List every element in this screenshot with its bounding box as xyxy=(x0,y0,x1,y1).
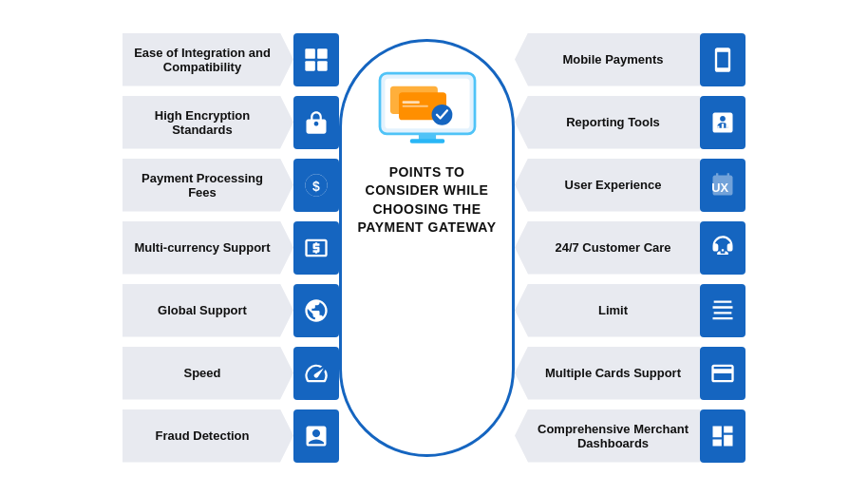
list-item: Comprehensive Merchant Dashboards xyxy=(515,407,745,466)
svg-rect-1 xyxy=(317,48,328,59)
svg-rect-19 xyxy=(726,121,728,127)
list-item: 24/7 Customer Care xyxy=(515,219,745,277)
item-label: Mobile Payments xyxy=(515,33,700,86)
list-item: Reporting Tools xyxy=(515,93,745,152)
right-column: Mobile Payments Reporting Tools UX User … xyxy=(515,30,745,466)
svg-rect-7 xyxy=(409,139,443,143)
main-container: Ease of Integration and Compatibility Hi… xyxy=(0,0,868,495)
list-item: Global Support xyxy=(123,281,339,340)
center-panel: POINTS TO CONSIDER WHILE CHOOSING THE PA… xyxy=(339,39,515,457)
svg-rect-3 xyxy=(317,61,328,70)
limit-icon xyxy=(700,284,745,337)
speed-icon xyxy=(293,347,339,400)
fraud-icon xyxy=(293,409,339,463)
list-item: High Encryption Standards xyxy=(123,93,339,152)
center-title: POINTS TO CONSIDER WHILE CHOOSING THE PA… xyxy=(342,163,512,238)
fees-icon: $ xyxy=(293,159,339,212)
left-column: Ease of Integration and Compatibility Hi… xyxy=(123,30,339,466)
multicurrency-icon xyxy=(293,221,339,275)
mobile-icon xyxy=(700,33,745,86)
encryption-icon xyxy=(293,96,339,149)
list-item: Ease of Integration and Compatibility xyxy=(123,30,339,89)
item-label: Payment Processing Fees xyxy=(123,159,293,212)
svg-rect-14 xyxy=(402,105,427,106)
svg-rect-17 xyxy=(717,125,719,127)
item-label: Limit xyxy=(515,284,700,337)
list-item: Multi-currency Support xyxy=(123,219,339,277)
integration-icon xyxy=(293,33,339,86)
svg-rect-0 xyxy=(305,48,315,59)
item-label: Multiple Cards Support xyxy=(515,347,700,400)
item-label: Fraud Detection xyxy=(123,409,293,463)
center-illustration xyxy=(366,51,489,156)
global-icon xyxy=(293,284,339,337)
merchant-icon xyxy=(700,409,745,463)
item-label: Global Support xyxy=(123,284,293,337)
list-item: Speed xyxy=(123,344,339,403)
item-label: Multi-currency Support xyxy=(123,221,293,275)
item-label: Speed xyxy=(123,347,293,400)
reporting-icon xyxy=(700,96,745,149)
item-label: Ease of Integration and Compatibility xyxy=(123,33,293,86)
item-label: User Experience xyxy=(515,159,700,212)
item-label: Comprehensive Merchant Dashboards xyxy=(515,409,700,463)
list-item: Payment Processing Fees $ xyxy=(123,156,339,215)
multiple-cards-icon xyxy=(700,347,745,400)
item-label: High Encryption Standards xyxy=(123,96,293,149)
item-label: Reporting Tools xyxy=(515,96,700,149)
item-label: 24/7 Customer Care xyxy=(515,221,700,275)
svg-text:$: $ xyxy=(312,178,320,193)
list-item: UX User Experience xyxy=(515,156,745,215)
list-item: Limit xyxy=(515,281,745,340)
svg-rect-2 xyxy=(305,61,315,70)
ux-icon: UX xyxy=(700,159,745,212)
customer-care-icon xyxy=(700,221,745,275)
list-item: Multiple Cards Support xyxy=(515,344,745,403)
svg-rect-18 xyxy=(722,124,724,128)
list-item: Mobile Payments xyxy=(515,30,745,89)
svg-rect-13 xyxy=(402,101,419,104)
list-item: Fraud Detection xyxy=(123,407,339,466)
